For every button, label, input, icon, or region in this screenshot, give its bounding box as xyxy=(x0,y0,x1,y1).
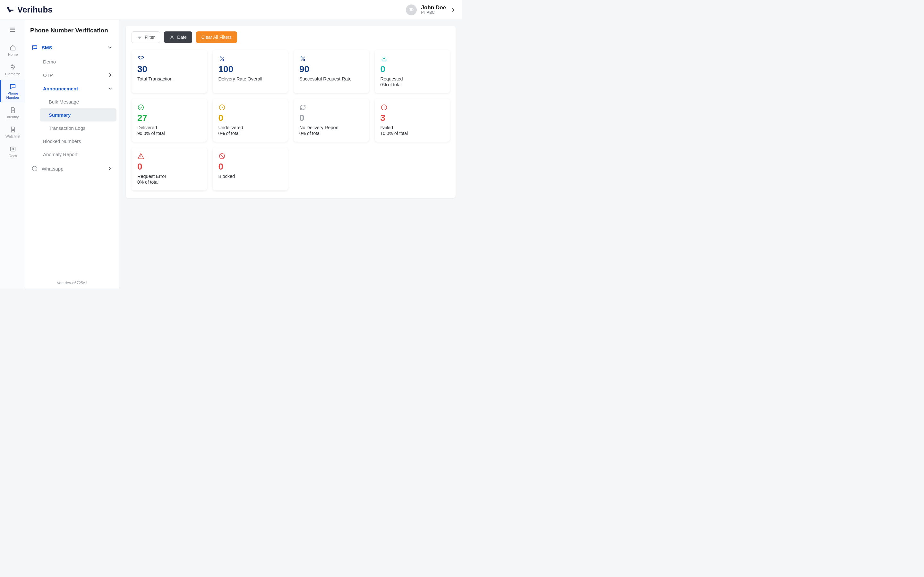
tree-leaf-label: Summary xyxy=(49,112,71,118)
metric-card-noreport: 0 No Delivery Report 0% of total xyxy=(294,99,369,142)
tree-leaf-blocked-numbers[interactable]: Blocked Numbers xyxy=(40,135,116,148)
tree-leaf-label: OTP xyxy=(43,73,53,78)
button-label: Filter xyxy=(145,35,155,40)
metric-card-delivered: 27 Delivered 90.0% of total xyxy=(132,99,207,142)
tree-leaf-transaction-logs[interactable]: Transaction Logs xyxy=(40,121,116,135)
rail-item-label: Identity xyxy=(7,115,19,119)
hamburger-button[interactable] xyxy=(9,24,16,40)
metric-label: Total Transaction xyxy=(137,76,201,81)
metric-card-requested: 0 Requested 0% of total xyxy=(375,50,450,93)
metric-card-succrate: 90 Successful Request Rate xyxy=(294,50,369,93)
tree-leaf-otp[interactable]: OTP xyxy=(40,68,116,82)
button-label: Clear All Filters xyxy=(202,35,232,40)
chevron-down-icon xyxy=(107,85,113,91)
rail-item-home[interactable]: Home xyxy=(0,41,25,59)
percent-icon xyxy=(218,55,282,62)
message-icon xyxy=(9,83,16,90)
rail-item-biometric[interactable]: Biometric xyxy=(0,61,25,79)
tree-leaf-announcement[interactable]: Announcement xyxy=(40,82,116,95)
document-search-icon xyxy=(9,126,16,133)
svg-point-5 xyxy=(301,57,302,58)
shell: Home Biometric Phone Number Identity Wat xyxy=(0,20,462,288)
rail-item-label: Docs xyxy=(9,154,17,158)
metric-sublabel: 90.0% of total xyxy=(137,131,201,136)
code-box-icon xyxy=(9,145,16,153)
tree-leaf-label: Transaction Logs xyxy=(49,125,86,131)
metric-label: Undelivered xyxy=(218,125,282,130)
metric-value: 27 xyxy=(137,113,201,122)
svg-point-6 xyxy=(304,59,305,61)
clear-filters-button[interactable]: Clear All Filters xyxy=(196,31,237,43)
tree: SMS Demo OTP Announcement Bulk Message xyxy=(25,40,119,176)
chevron-right-icon xyxy=(451,7,456,13)
tree-leaf-label: Bulk Message xyxy=(49,99,79,105)
svg-point-4 xyxy=(223,59,224,61)
tree-leaf-anomaly-report[interactable]: Anomaly Report xyxy=(40,148,116,161)
tree-node-label: SMS xyxy=(42,45,52,50)
tree-leaf-label: Demo xyxy=(43,59,56,64)
rail-item-label: Biometric xyxy=(5,72,21,76)
metric-value: 30 xyxy=(137,65,201,74)
nav-rail: Home Biometric Phone Number Identity Wat xyxy=(0,20,25,288)
tree-leaf-label: Anomaly Report xyxy=(43,152,78,157)
hamburger-icon xyxy=(9,26,16,33)
chevron-right-icon xyxy=(107,166,113,171)
svg-point-3 xyxy=(220,57,221,58)
metric-sublabel: 0% of total xyxy=(137,179,201,185)
metric-label: Delivered xyxy=(137,125,201,130)
tree-node-whatsapp[interactable]: Whatsapp xyxy=(27,161,116,176)
warn-icon xyxy=(137,153,201,160)
rail-item-label: Home xyxy=(8,53,18,57)
tree-leaf-label: Blocked Numbers xyxy=(43,139,81,144)
svg-point-2 xyxy=(32,166,37,171)
alert-icon xyxy=(381,104,444,111)
tree-leaf-bulk-message[interactable]: Bulk Message xyxy=(40,95,116,108)
user-name: John Doe xyxy=(421,5,446,11)
metric-card-failed: 3 Failed 10.0% of total xyxy=(375,99,450,142)
metric-label: Request Error xyxy=(137,174,201,179)
tree-leaf-label: Announcement xyxy=(43,86,78,91)
side-panel: Phone Number Verification SMS Demo OTP xyxy=(25,20,120,288)
metric-label: Failed xyxy=(381,125,444,130)
metric-sublabel: 0% of total xyxy=(218,131,282,136)
page-title: Phone Number Verification xyxy=(25,20,119,40)
metric-label: Requested xyxy=(381,76,444,81)
tree-leaf-demo[interactable]: Demo xyxy=(40,55,116,68)
whatsapp-icon xyxy=(31,165,38,172)
date-button[interactable]: Date xyxy=(164,31,192,43)
biometric-icon xyxy=(9,64,16,71)
check-icon xyxy=(137,104,201,111)
tree-node-sms[interactable]: SMS xyxy=(27,40,116,55)
metric-cards: 30 Total Transaction 100 Delivery Rate O… xyxy=(132,50,450,190)
filter-button[interactable]: Filter xyxy=(132,31,160,43)
rail-item-docs[interactable]: Docs xyxy=(0,142,25,161)
metric-sublabel: 0% of total xyxy=(299,131,363,136)
metric-value: 90 xyxy=(299,65,363,74)
user-org: PT ABC xyxy=(421,11,446,15)
user-menu[interactable]: JD John Doe PT ABC xyxy=(406,5,456,15)
rail-item-watchlist[interactable]: Watchlist xyxy=(0,123,25,141)
metric-value: 0 xyxy=(381,65,444,74)
topbar: Verihubs JD John Doe PT ABC xyxy=(0,0,462,20)
chevron-right-icon xyxy=(107,72,113,78)
metric-card-blocked: 0 Blocked xyxy=(213,147,288,190)
metric-card-undelivered: 0 Undelivered 0% of total xyxy=(213,99,288,142)
avatar: JD xyxy=(406,5,417,15)
refresh-icon xyxy=(299,104,363,111)
rail-item-identity[interactable]: Identity xyxy=(0,103,25,122)
metric-label: Successful Request Rate xyxy=(299,76,363,81)
document-check-icon xyxy=(9,107,16,114)
rail-item-phone-number[interactable]: Phone Number xyxy=(0,80,25,102)
metric-label: Delivery Rate Overall xyxy=(218,76,282,81)
metric-value: 0 xyxy=(299,113,363,122)
toolbar: Filter Date Clear All Filters xyxy=(132,31,450,43)
metric-label: No Delivery Report xyxy=(299,125,363,130)
svg-point-7 xyxy=(138,105,144,110)
ban-icon xyxy=(218,153,282,160)
tree-leaf-summary[interactable]: Summary xyxy=(40,108,116,121)
chevron-down-icon xyxy=(107,45,113,50)
metric-sublabel: 10.0% of total xyxy=(381,131,444,136)
metric-card-total: 30 Total Transaction xyxy=(132,50,207,93)
brand-name: Verihubs xyxy=(17,5,53,15)
metric-value: 0 xyxy=(218,113,282,122)
